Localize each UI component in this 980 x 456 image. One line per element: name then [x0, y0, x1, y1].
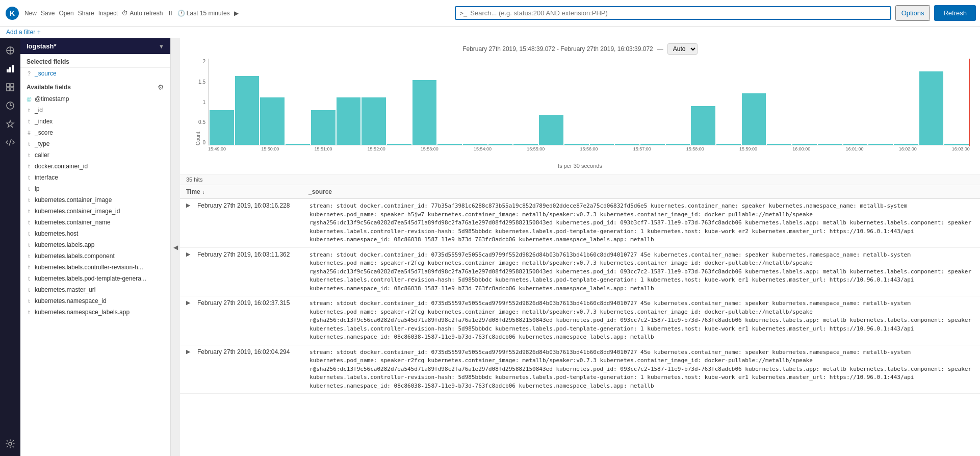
- left-panel: logstash* ▼ Selected fields ? _source Av…: [20, 38, 171, 456]
- field-type-icon-k8s-nid: t: [27, 298, 32, 304]
- y-label-1: 1: [202, 99, 205, 105]
- chart-bar[interactable]: [362, 97, 386, 145]
- chart-bar[interactable]: [286, 144, 310, 145]
- chart-bar[interactable]: [513, 144, 538, 145]
- chart-interval-select[interactable]: Auto 1s 10s 30s 1m: [667, 43, 698, 55]
- chart-bar[interactable]: [716, 144, 741, 145]
- chart-bar[interactable]: [539, 115, 563, 145]
- result-row-header[interactable]: ▶ February 27th 2019, 16:02:04.294 strea…: [180, 345, 980, 394]
- field-item-k8s-labels-crh[interactable]: t kubernetes.labels.controller-revision-…: [20, 262, 170, 273]
- field-item-k8s-namespace-labels-app[interactable]: t kubernetes.namespace_labels.app: [20, 307, 170, 318]
- chart-bars: [208, 59, 970, 145]
- svg-rect-10: [7, 88, 10, 91]
- chart-bar[interactable]: [337, 97, 361, 145]
- chart-bar[interactable]: [640, 144, 665, 145]
- field-item-score[interactable]: # _score: [20, 127, 170, 138]
- field-item-interface[interactable]: t interface: [20, 172, 170, 183]
- share-label[interactable]: Share: [78, 10, 94, 17]
- chart-bar[interactable]: [843, 144, 868, 145]
- chart-bar[interactable]: [412, 80, 437, 145]
- result-row-header[interactable]: ▶ February 27th 2019, 16:02:37.315 strea…: [180, 296, 980, 345]
- chart-container: 2 1.5 1 0.5 0 Count 15:49:0015:50:0015:5…: [190, 59, 970, 161]
- field-item-id[interactable]: t _id: [20, 105, 170, 116]
- x-label: 15:59:00: [739, 146, 757, 161]
- pause-icon[interactable]: ⏸: [167, 10, 173, 17]
- field-item-timestamp[interactable]: @ @timestamp: [20, 93, 170, 105]
- field-item-ip[interactable]: t ip: [20, 183, 170, 194]
- result-row-header[interactable]: ▶ February 27th 2019, 16:03:11.362 strea…: [180, 248, 980, 296]
- sidebar-item-dashboard[interactable]: [2, 79, 18, 95]
- field-item-k8s-namespace-id[interactable]: t kubernetes.namespace_id: [20, 295, 170, 307]
- chart-bar[interactable]: [387, 144, 411, 145]
- chart-bar[interactable]: [564, 144, 589, 145]
- field-item-k8s-container-name[interactable]: t kubernetes.container_name: [20, 217, 170, 228]
- chart-bar[interactable]: [311, 110, 336, 145]
- chart-bar[interactable]: [742, 93, 766, 145]
- field-item-k8s-container-image-id[interactable]: t kubernetes.container_image_id: [20, 206, 170, 217]
- chart-bar[interactable]: [868, 144, 893, 145]
- chart-bar[interactable]: [463, 144, 487, 145]
- collapse-sidebar-button[interactable]: ◀: [171, 38, 180, 456]
- add-filter-button[interactable]: Add a filter +: [6, 29, 41, 36]
- expand-icon[interactable]: ▶: [186, 299, 194, 306]
- field-item-k8s-labels-component[interactable]: t kubernetes.labels.component: [20, 250, 170, 262]
- open-label[interactable]: Open: [59, 10, 73, 17]
- chart-bar[interactable]: [666, 144, 690, 145]
- chart-bar[interactable]: [210, 110, 234, 145]
- field-item-k8s-labels-ptg[interactable]: t kubernetes.labels.pod-template-genera.…: [20, 273, 170, 284]
- new-label[interactable]: New: [24, 10, 37, 17]
- field-item-caller[interactable]: t caller: [20, 149, 170, 161]
- sidebar-item-discover[interactable]: [2, 42, 18, 59]
- chevron-right-time-icon[interactable]: ▶: [234, 10, 239, 17]
- chart-bar[interactable]: [615, 144, 639, 145]
- chart-bar[interactable]: [919, 71, 944, 145]
- field-item-index[interactable]: t _index: [20, 116, 170, 127]
- chart-bar[interactable]: [590, 144, 614, 145]
- last-label[interactable]: 🕐 Last 15 minutes: [177, 10, 230, 17]
- sort-indicator-icon: ↓: [202, 189, 205, 195]
- field-type-icon-id: t: [27, 108, 32, 113]
- chart-bar[interactable]: [437, 144, 462, 145]
- result-source: stream: stdout docker.container_id: 77b3…: [310, 202, 974, 244]
- inspect-label[interactable]: Inspect: [98, 10, 118, 17]
- field-item-k8s-labels-app[interactable]: t kubernetes.labels.app: [20, 239, 170, 250]
- result-source: stream: stdout docker.container_id: 0735…: [310, 348, 974, 391]
- field-item-k8s-container-image[interactable]: t kubernetes.container_image: [20, 194, 170, 206]
- chart-bar[interactable]: [691, 106, 715, 145]
- field-name-caller: caller: [35, 151, 49, 159]
- chart-bar[interactable]: [488, 144, 513, 145]
- search-input[interactable]: [470, 9, 886, 17]
- index-name[interactable]: logstash*: [27, 42, 57, 50]
- result-row-header[interactable]: ▶ February 27th 2019, 16:03:16.228 strea…: [180, 199, 980, 247]
- available-fields-gear-icon[interactable]: ⚙: [158, 83, 164, 91]
- chart-bar[interactable]: [767, 144, 791, 145]
- chart-bar[interactable]: [818, 144, 842, 145]
- refresh-button[interactable]: Refresh: [934, 5, 976, 21]
- index-toggle-icon[interactable]: ▼: [159, 43, 164, 49]
- field-item-type[interactable]: t _type: [20, 138, 170, 149]
- chart-bar[interactable]: [894, 144, 918, 145]
- col-time-header[interactable]: Time ↓: [186, 188, 308, 195]
- field-item-k8s-master-url[interactable]: t kubernetes.master_url: [20, 284, 170, 295]
- field-item-k8s-host[interactable]: t kubernetes.host: [20, 228, 170, 239]
- sidebar-item-visualize[interactable]: [2, 61, 18, 77]
- chart-bar[interactable]: [260, 97, 285, 145]
- sidebar-item-settings[interactable]: [2, 436, 18, 452]
- field-item-source[interactable]: ? _source: [20, 68, 170, 79]
- save-label[interactable]: Save: [41, 10, 55, 17]
- field-type-icon-k8s-host: t: [27, 231, 32, 237]
- chart-bar[interactable]: [235, 76, 260, 145]
- available-fields-label: Available fields: [27, 84, 71, 91]
- auto-refresh-label[interactable]: ⏱ Auto refresh: [122, 10, 163, 17]
- field-item-docker-container-id[interactable]: t docker.container_id: [20, 161, 170, 172]
- expand-icon[interactable]: ▶: [186, 251, 194, 258]
- options-button[interactable]: Options: [895, 5, 931, 21]
- chart-bar[interactable]: [792, 144, 817, 145]
- sidebar-item-timelion[interactable]: [2, 97, 18, 114]
- field-type-icon-timestamp: @: [27, 96, 32, 102]
- sidebar-item-monitoring[interactable]: [2, 116, 18, 132]
- expand-icon[interactable]: ▶: [186, 202, 194, 209]
- sidebar-item-devtools[interactable]: [2, 134, 18, 150]
- chart-bar[interactable]: [944, 144, 969, 145]
- expand-icon[interactable]: ▶: [186, 348, 194, 355]
